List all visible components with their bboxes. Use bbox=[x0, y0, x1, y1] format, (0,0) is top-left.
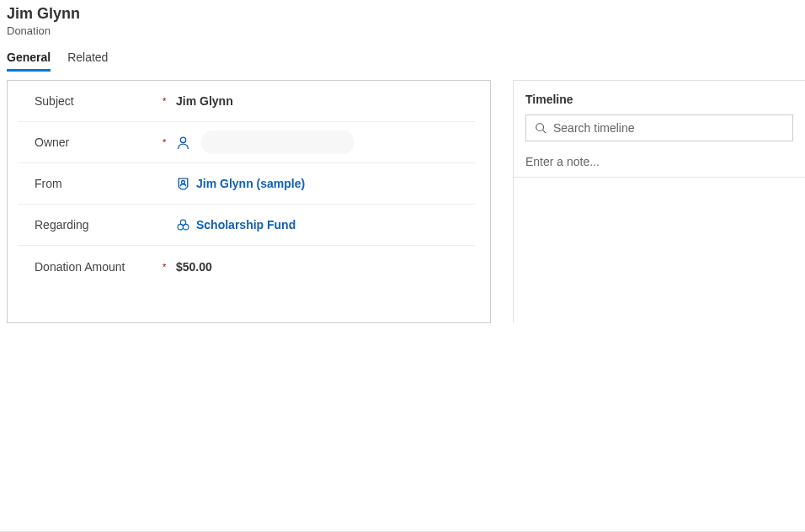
field-subject[interactable]: Subject * Jim Glynn bbox=[18, 81, 475, 122]
value-from[interactable]: Jim Glynn (sample) bbox=[176, 177, 305, 191]
svg-point-5 bbox=[536, 124, 544, 131]
value-owner bbox=[176, 130, 355, 154]
label-subject: Subject bbox=[35, 94, 163, 108]
field-from[interactable]: From Jim Glynn (sample) bbox=[18, 163, 475, 205]
label-donation-amount: Donation Amount bbox=[35, 260, 163, 274]
value-regarding-text: Scholarship Fund bbox=[196, 218, 296, 231]
field-donation-amount[interactable]: Donation Amount * $50.00 bbox=[18, 246, 475, 287]
tab-general[interactable]: General bbox=[7, 51, 51, 72]
person-icon bbox=[176, 136, 190, 150]
form-panel: Subject * Jim Glynn Owner * From bbox=[7, 80, 491, 323]
value-subject: Jim Glynn bbox=[176, 94, 233, 108]
value-donation-amount: $50.00 bbox=[176, 260, 212, 274]
field-owner[interactable]: Owner * bbox=[18, 122, 475, 163]
required-marker: * bbox=[163, 262, 171, 272]
timeline-search[interactable] bbox=[525, 114, 793, 141]
contact-icon bbox=[176, 177, 190, 191]
search-icon bbox=[535, 122, 546, 134]
value-regarding[interactable]: Scholarship Fund bbox=[176, 218, 296, 232]
svg-point-0 bbox=[180, 137, 185, 142]
label-from: From bbox=[35, 177, 163, 190]
label-owner: Owner bbox=[35, 136, 163, 149]
owner-value-pill bbox=[201, 130, 355, 154]
field-regarding[interactable]: Regarding Scholarship Fund bbox=[18, 205, 475, 246]
tab-related[interactable]: Related bbox=[67, 51, 108, 72]
svg-point-3 bbox=[178, 224, 183, 229]
record-title: Jim Glynn bbox=[7, 5, 798, 23]
timeline-enter-note[interactable]: Enter a note... bbox=[514, 148, 805, 178]
timeline-panel: Timeline Enter a note... bbox=[513, 80, 805, 323]
timeline-search-input[interactable] bbox=[553, 121, 784, 135]
value-from-text: Jim Glynn (sample) bbox=[196, 177, 305, 190]
record-entity-name: Donation bbox=[7, 24, 798, 37]
required-marker: * bbox=[163, 96, 171, 106]
label-regarding: Regarding bbox=[35, 218, 163, 231]
form-tabs: General Related bbox=[0, 39, 805, 72]
svg-point-1 bbox=[182, 180, 185, 184]
campaign-icon bbox=[176, 218, 190, 232]
svg-point-4 bbox=[184, 224, 189, 229]
required-marker: * bbox=[163, 137, 171, 147]
timeline-title: Timeline bbox=[514, 81, 805, 114]
